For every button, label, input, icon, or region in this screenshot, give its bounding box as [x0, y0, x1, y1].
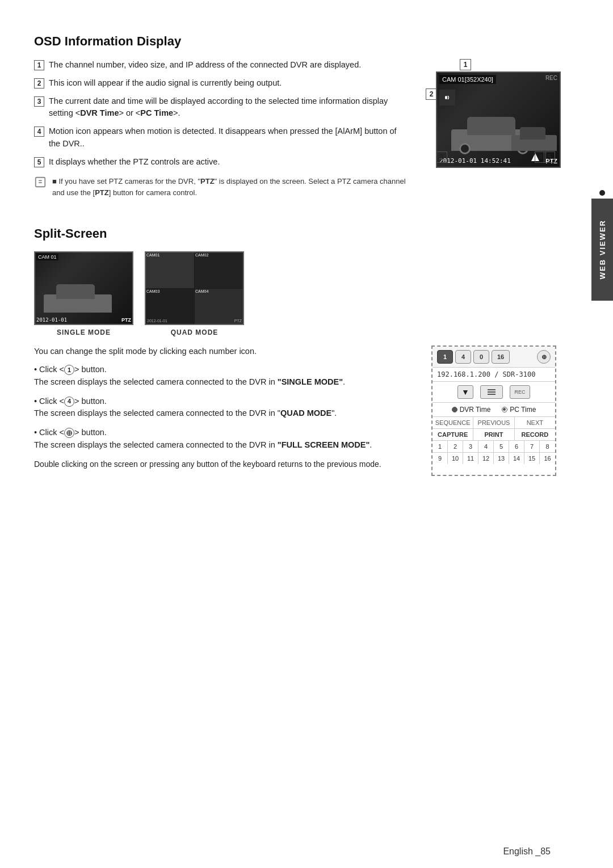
- side-tab-label: WEB VIEWER: [598, 220, 607, 279]
- dvr-panel: 1 4 0 16 ⊕ 192.168.1.200 / SDR-3100 ▼: [431, 345, 556, 475]
- osd-image-area: 1 2: [426, 59, 556, 198]
- qc3-label: CAM03: [146, 289, 159, 293]
- side-tab-dot-area: [591, 187, 613, 199]
- dvr-num-3[interactable]: 3: [463, 441, 478, 453]
- car2-roof: [520, 127, 545, 140]
- qc2-label: CAM02: [195, 253, 208, 257]
- dvr-num-2[interactable]: 2: [448, 441, 463, 453]
- menu-line-3: [488, 394, 496, 395]
- sm-car-roof: [56, 284, 95, 299]
- osd-num-2: 2: [34, 78, 44, 89]
- osd-item-4-text: Motion icon appears when motion is detec…: [49, 125, 409, 150]
- split-description: You can change the split mode by clickin…: [34, 345, 409, 475]
- sm-ptz: PTZ: [121, 317, 131, 323]
- note-icon: [34, 176, 47, 193]
- callout-1-area: 1: [460, 59, 471, 70]
- quad-bottom-bar: 2012-01-01 PTZ: [147, 319, 242, 323]
- dvr-address: 192.168.1.200 / SDR-3100: [433, 368, 555, 382]
- dvr-num-6[interactable]: 6: [509, 441, 524, 453]
- dvr-time-row: DVR Time PC Time: [433, 403, 555, 417]
- split-bottom: You can change the split mode by clickin…: [34, 345, 556, 475]
- dvr-num-10[interactable]: 10: [448, 453, 463, 464]
- menu-line-2: [488, 391, 496, 393]
- dvr-num-7[interactable]: 7: [524, 441, 540, 453]
- osd-num-4: 4: [34, 127, 44, 137]
- dvr-btn-0[interactable]: 0: [473, 350, 489, 364]
- split-section: Split-Screen CAM 01 2012-01-01 PTZ SINGL: [34, 226, 556, 475]
- dvr-record-btn[interactable]: RECORD: [515, 429, 555, 440]
- dvr-num-15[interactable]: 15: [524, 453, 540, 464]
- callout-3-area: 3: [436, 151, 447, 163]
- callout-2-area: 2: [426, 89, 437, 100]
- osd-item-2: 2 This icon will appear if the audio sig…: [34, 77, 409, 90]
- split-title: Split-Screen: [34, 226, 556, 241]
- sm-timestamp: 2012-01-01: [36, 317, 67, 323]
- dvr-time-radio[interactable]: [452, 407, 457, 412]
- osd-item-5-text: It displays whether the PTZ controls are…: [49, 156, 220, 168]
- callout-5-area: 5: [544, 151, 555, 163]
- single-mode-bg: CAM 01 2012-01-01 PTZ: [35, 252, 132, 324]
- dvr-num-4[interactable]: 4: [478, 441, 494, 453]
- bullet-3-suffix: > button.: [74, 428, 107, 437]
- dvr-menu-icon[interactable]: [480, 385, 503, 399]
- dvr-menu-lines: [488, 389, 496, 395]
- dvr-btn-4[interactable]: 4: [455, 350, 471, 364]
- bullet-1-detail: The screen displays the selected camera …: [34, 377, 345, 386]
- osd-item-1-text: The channel number, video size, and IP a…: [49, 59, 361, 71]
- cam-label: CAM 01[352X240]: [439, 75, 496, 84]
- dvr-print-btn[interactable]: PRINT: [473, 429, 514, 440]
- circle-plus-btn: ⊕: [64, 428, 74, 438]
- osd-item-3: 3 The current date and time will be disp…: [34, 95, 409, 120]
- callout-5: 5: [544, 151, 555, 163]
- dvr-seq-btn[interactable]: SEQUENCE: [433, 417, 473, 428]
- dvr-num-11[interactable]: 11: [463, 453, 478, 464]
- dvr-top-buttons: 1 4 0 16 ⊕: [433, 347, 555, 368]
- osd-item-3-text: The current date and time will be displa…: [49, 95, 409, 120]
- dvr-capture-btn[interactable]: CAPTURE: [433, 429, 473, 440]
- dvr-btn-16[interactable]: 16: [492, 350, 510, 364]
- footer-text: English _85: [503, 846, 551, 856]
- dvr-num-9[interactable]: 9: [433, 453, 448, 464]
- dvr-num-12[interactable]: 12: [478, 453, 494, 464]
- dvr-prev-btn[interactable]: PREVIOUS: [473, 417, 514, 428]
- dvr-btn-plus[interactable]: ⊕: [537, 350, 551, 364]
- dvr-record-small-btn[interactable]: REC: [510, 385, 530, 399]
- single-mode-wrapper: CAM 01 2012-01-01 PTZ SINGLE MODE: [34, 251, 133, 336]
- pc-time-radio[interactable]: [502, 407, 507, 412]
- dvr-num-5[interactable]: 5: [494, 441, 509, 453]
- split-desc-text: You can change the split mode by clickin…: [34, 345, 409, 358]
- bullet-1: Click <1> button. The screen displays th…: [34, 364, 409, 389]
- single-mode-label: SINGLE MODE: [57, 328, 111, 336]
- bullet-2-prefix: Click <: [39, 397, 64, 406]
- dvr-btn-1[interactable]: 1: [437, 350, 453, 364]
- callout-1: 1: [460, 59, 471, 70]
- quad-ptz: PTZ: [234, 319, 242, 323]
- rec-indicator: REC: [545, 75, 557, 81]
- bullet-1-prefix: Click <: [39, 365, 64, 374]
- bullet-3-detail: The screen displays the selected camera …: [34, 440, 372, 449]
- car-roof: [467, 117, 515, 135]
- circle-num-1: 1: [64, 365, 74, 375]
- dvr-num-14[interactable]: 14: [509, 453, 524, 464]
- bullet-3: Click <⊕> button. The screen displays th…: [34, 427, 409, 452]
- dvr-num-16[interactable]: 16: [540, 453, 555, 464]
- dvr-num-13[interactable]: 13: [494, 453, 509, 464]
- bullet-1-suffix: > button.: [74, 365, 107, 374]
- circle-num-4: 4: [64, 397, 74, 407]
- osd-content: 1 The channel number, video size, and IP…: [34, 59, 556, 198]
- dvr-time-label: DVR Time: [460, 406, 491, 414]
- osd-text: 1 The channel number, video size, and IP…: [34, 59, 409, 198]
- callout-2: 2: [426, 89, 437, 100]
- osd-item-1: 1 The channel number, video size, and IP…: [34, 59, 409, 71]
- dvr-next-btn[interactable]: NEXT: [515, 417, 555, 428]
- dvr-num-1[interactable]: 1: [433, 441, 448, 453]
- dvr-num-8[interactable]: 8: [540, 441, 555, 453]
- single-mode-image: CAM 01 2012-01-01 PTZ: [34, 251, 133, 325]
- osd-title: OSD Information Display: [34, 34, 556, 49]
- dvr-controls: ▼ REC: [433, 382, 555, 403]
- quad-cell-1: CAM01: [146, 252, 194, 288]
- dvr-action-row: CAPTURE PRINT RECORD: [433, 429, 555, 441]
- sm-cam-label: CAM 01: [36, 254, 58, 260]
- bullet-2-suffix: > button.: [74, 397, 107, 406]
- dvr-arrow-down[interactable]: ▼: [457, 385, 473, 399]
